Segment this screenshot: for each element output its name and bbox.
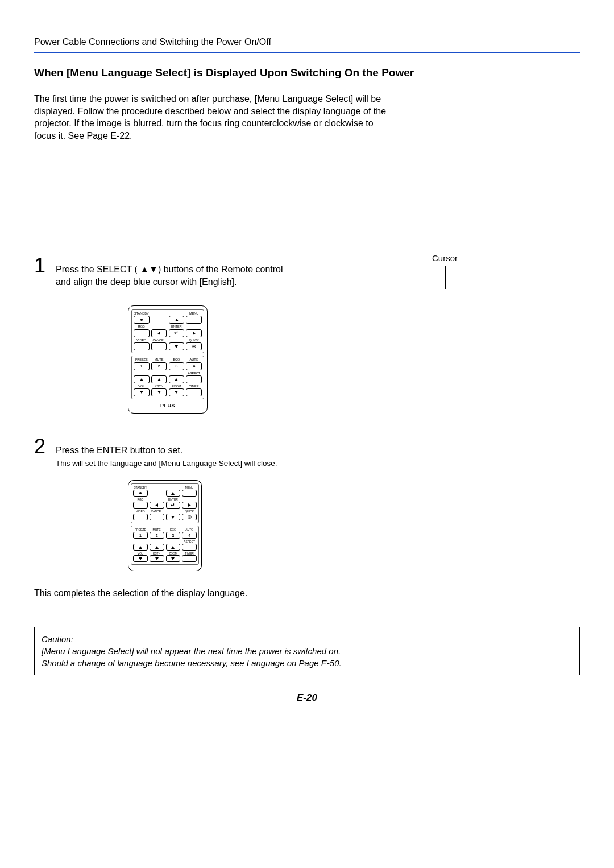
btn-kstn-down — [151, 388, 167, 396]
btn-standby — [134, 316, 150, 324]
completion-text: This completes the selection of the disp… — [34, 588, 580, 598]
intro-paragraph: The first time the power is switched on … — [34, 93, 387, 142]
btn-aspect — [186, 375, 202, 383]
lbl-aspect: ASPECT — [186, 372, 202, 375]
btn-2: 2 — [151, 362, 167, 370]
caution-line1: [Menu Language Select] will not appear t… — [42, 645, 572, 657]
btn-cancel — [151, 342, 167, 350]
btn-right — [186, 329, 202, 337]
btn-down — [169, 342, 185, 350]
btn-vol-up — [134, 375, 150, 383]
step-2-text: Press the ENTER button to set. — [56, 444, 277, 457]
step-1-number: 1 — [34, 255, 48, 276]
btn-kstn-up — [151, 375, 167, 383]
cursor-callout: Cursor — [432, 253, 458, 289]
btn-up — [169, 316, 185, 324]
lbl-freeze: FREEZE — [134, 358, 150, 362]
caution-title: Caution: — [42, 633, 572, 645]
lbl-video: VIDEO — [134, 339, 150, 342]
btn-video — [134, 342, 150, 350]
lbl-rgb: RGB — [134, 325, 150, 329]
btn-enter — [169, 329, 185, 337]
step-2-subtext: This will set the language and [Menu Lan… — [56, 458, 277, 469]
btn-left — [151, 329, 167, 337]
step-1: 1 Press the SELECT ( ▲▼) buttons of the … — [34, 255, 580, 288]
step-2: 2 Press the ENTER button to set. This wi… — [34, 436, 580, 469]
remote-illustration-2: STANDBY MENU RGB ENTER — [128, 480, 202, 571]
lbl-cancel: CANCEL — [151, 339, 167, 342]
section-title: When [Menu Language Select] is Displayed… — [34, 67, 580, 79]
btn-timer — [186, 388, 202, 396]
cursor-pointer-line — [445, 266, 446, 289]
btn-rgb — [134, 329, 150, 337]
lbl-quick: QUICK — [186, 339, 202, 342]
btn-zoom-up — [169, 375, 185, 383]
lbl-enter: ENTER — [169, 325, 185, 329]
btn-zoom-down — [169, 388, 185, 396]
remote-brand: PLUS — [131, 403, 204, 408]
btn-quick — [186, 342, 202, 350]
step-1-text: Press the SELECT ( ▲▼) buttons of the Re… — [56, 258, 294, 288]
btn-1: 1 — [134, 362, 150, 370]
remote-illustration-1: STANDBY MENU RGB ENTER — [128, 305, 208, 414]
cursor-label: Cursor — [432, 253, 458, 263]
caution-line2: Should a change of language become neces… — [42, 657, 572, 669]
lbl-standby: STANDBY — [134, 312, 150, 316]
btn-3: 3 — [169, 362, 185, 370]
btn-4: 4 — [186, 362, 202, 370]
step-2-number: 2 — [34, 436, 48, 457]
lbl-auto: AUTO — [186, 358, 202, 362]
btn-vol-down — [134, 388, 150, 396]
page-header: Power Cable Connections and Switching th… — [34, 37, 580, 53]
btn-menu — [186, 316, 202, 324]
caution-box: Caution: [Menu Language Select] will not… — [34, 627, 580, 675]
page-number: E-20 — [34, 692, 580, 704]
lbl-mute: MUTE — [151, 358, 167, 362]
lbl-menu: MENU — [186, 312, 202, 316]
lbl-eco: ECO — [169, 358, 185, 362]
